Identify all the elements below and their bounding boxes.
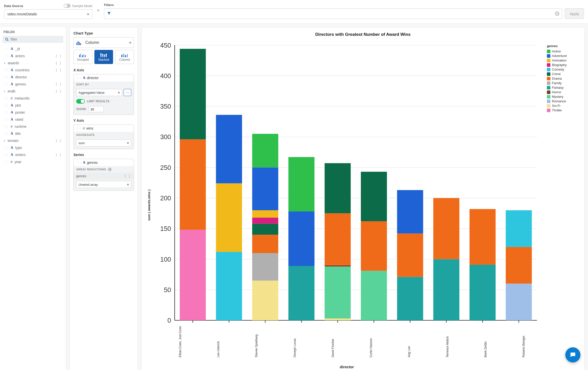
bar-segment[interactable]: [506, 247, 532, 284]
bar-segment[interactable]: [325, 265, 351, 267]
legend-item[interactable]: Family: [547, 81, 580, 85]
bar-segment[interactable]: [180, 230, 206, 320]
field-item-awards[interactable]: ›awards{ }: [3, 59, 63, 67]
legend-item[interactable]: Crime: [547, 72, 580, 76]
field-item-plot[interactable]: ⋮⋮Aplot: [3, 102, 63, 109]
bar-segment[interactable]: [288, 266, 314, 320]
bar-segment[interactable]: [288, 211, 314, 266]
sort-by-select[interactable]: Aggregated Value ▾: [76, 89, 122, 96]
text-type-icon: A: [11, 68, 13, 72]
field-item-writers[interactable]: ⋮⋮Awriters[ ]: [3, 151, 63, 158]
show-label: SHOW:: [76, 107, 87, 111]
legend-item[interactable]: Thriller: [547, 108, 580, 112]
field-filter-text[interactable]: [11, 37, 61, 41]
bar-segment[interactable]: [325, 266, 351, 318]
apply-button[interactable]: Apply: [565, 8, 584, 19]
subtype-grouped-button[interactable]: Grouped: [73, 50, 92, 64]
array-reduction-chip[interactable]: genres [ ]: [74, 173, 134, 179]
bar-segment[interactable]: [506, 210, 532, 247]
field-name: awards: [8, 61, 53, 65]
text-type-icon: A: [83, 76, 85, 80]
aggregate-select[interactable]: sum ▾: [76, 139, 131, 146]
field-item-director[interactable]: ⋮⋮Adirector: [3, 74, 63, 81]
svg-rect-10: [85, 55, 86, 57]
legend-item[interactable]: Drama: [547, 77, 580, 80]
sort-direction-button[interactable]: ↑↓: [124, 89, 131, 96]
bar-segment[interactable]: [252, 218, 278, 224]
bar-segment[interactable]: [252, 281, 278, 320]
legend-item[interactable]: Comedy: [547, 68, 580, 71]
bar-segment[interactable]: [397, 233, 423, 277]
svg-rect-16: [104, 56, 105, 57]
field-item-poster[interactable]: ⋮⋮Aposter: [3, 109, 63, 116]
bar-segment[interactable]: [433, 259, 459, 320]
subtype-stacked-button[interactable]: Stacked: [94, 50, 113, 64]
field-filter-input[interactable]: [3, 36, 63, 43]
bar-segment[interactable]: [252, 224, 278, 235]
field-item-type[interactable]: ⋮⋮Atype: [3, 144, 63, 151]
field-item-metacritic[interactable]: ⋮⋮#metacritic: [3, 95, 63, 102]
bar-segment[interactable]: [325, 163, 351, 213]
chat-fab[interactable]: [565, 347, 580, 362]
field-name: runtime: [15, 125, 62, 129]
drag-icon: ⋮⋮: [4, 97, 9, 100]
bar-segment[interactable]: [216, 183, 242, 252]
legend-item[interactable]: Adventure: [547, 54, 580, 58]
bar-segment[interactable]: [252, 235, 278, 253]
legend-item[interactable]: Animation: [547, 58, 580, 62]
array-reduction-select[interactable]: Unwind array ▾: [76, 181, 131, 188]
series-field[interactable]: ⋮⋮ A genres: [74, 159, 134, 166]
sample-mode-toggle[interactable]: Sample Mode: [64, 4, 92, 8]
field-item-countries[interactable]: ⋮⋮Acountries[ ]: [3, 67, 63, 74]
legend-item[interactable]: Horror: [547, 90, 580, 94]
field-item-runtime[interactable]: ⋮⋮#runtime: [3, 123, 63, 130]
info-icon[interactable]: i: [108, 168, 112, 171]
bar-segment[interactable]: [180, 139, 206, 230]
bar-segment[interactable]: [397, 277, 423, 320]
plot-area: 050100150200250300350400450 Ethan Coen, …: [151, 42, 543, 369]
y-axis-field[interactable]: ⋮⋮ # wins: [74, 125, 134, 132]
clear-icon[interactable]: [555, 11, 559, 16]
bar-segment[interactable]: [361, 172, 387, 221]
data-source-select[interactable]: video.movieDetails ▾: [4, 9, 92, 19]
legend-item[interactable]: Fantasy: [547, 86, 580, 89]
field-item-imdb[interactable]: ›imdb{ }: [3, 88, 63, 95]
filter-input[interactable]: [104, 8, 562, 19]
bar-segment[interactable]: [180, 49, 206, 139]
field-item-actors[interactable]: ⋮⋮Aactors[ ]: [3, 52, 63, 59]
bar-segment[interactable]: [469, 209, 495, 265]
bar-segment[interactable]: [252, 134, 278, 167]
legend-item[interactable]: Biography: [547, 63, 580, 67]
field-item-_id[interactable]: ⋮⋮A_id: [3, 45, 63, 52]
field-item-tomato[interactable]: ›tomato{ }: [3, 137, 63, 144]
limit-toggle[interactable]: [76, 99, 85, 104]
field-item-rated[interactable]: ⋮⋮Arated: [3, 116, 63, 123]
bar-segment[interactable]: [252, 253, 278, 281]
bar-segment[interactable]: [252, 210, 278, 218]
legend-item[interactable]: Mystery: [547, 95, 580, 99]
bar-segment[interactable]: [469, 265, 495, 320]
svg-rect-8: [82, 55, 83, 57]
bar-segment[interactable]: [325, 319, 351, 320]
bar-segment[interactable]: [252, 167, 278, 210]
bar-segment[interactable]: [506, 284, 532, 320]
bar-segment[interactable]: [325, 213, 351, 265]
legend-item[interactable]: Romance: [547, 99, 580, 103]
legend-item[interactable]: Sci-Fi: [547, 104, 580, 108]
bar-segment[interactable]: [216, 115, 242, 183]
bar-segment[interactable]: [288, 157, 314, 211]
chart-type-select[interactable]: Column ▾: [73, 37, 134, 48]
bar-segment[interactable]: [216, 252, 242, 320]
x-axis-field[interactable]: ⋮⋮ A director: [74, 74, 134, 81]
bar-segment[interactable]: [361, 221, 387, 271]
field-item-genres[interactable]: ⋮⋮Agenres[ ]: [3, 81, 63, 88]
subtype-colored-button[interactable]: Colored: [115, 50, 134, 64]
bar-segment[interactable]: [433, 198, 459, 259]
number-type-icon: #: [11, 125, 13, 129]
legend-item[interactable]: Action: [547, 49, 580, 53]
field-item-title[interactable]: ⋮⋮Atitle: [3, 130, 63, 137]
bar-segment[interactable]: [361, 271, 387, 320]
show-count-input[interactable]: [89, 106, 104, 112]
field-item-year[interactable]: ⋮⋮#year: [3, 158, 63, 165]
bar-segment[interactable]: [397, 190, 423, 233]
